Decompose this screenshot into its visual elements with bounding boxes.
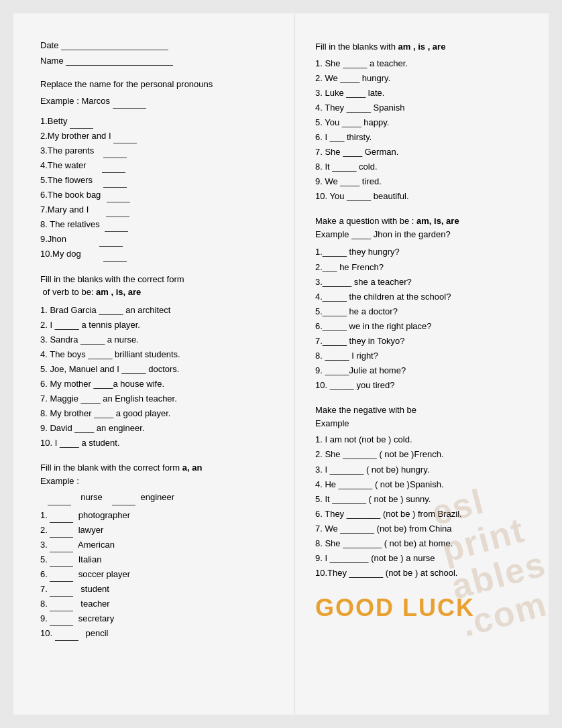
blank[interactable] (113, 134, 137, 143)
list-item: 9.Jhon (40, 232, 274, 247)
list-item: 9. _____Julie at home? (315, 363, 535, 378)
list-item: 1._____ they hungry? (315, 245, 535, 259)
list-item: 1.Betty (40, 114, 274, 129)
list-item: 8. teacher (40, 597, 274, 611)
list-item: 10. _____ you tired? (315, 378, 535, 393)
blank[interactable] (50, 558, 73, 567)
blank[interactable] (55, 631, 78, 641)
list-item: 4. The boys _____ brilliant students. (40, 347, 274, 362)
list-item: 4. They _____ Spanish (315, 101, 535, 115)
list-item: 10.My dog (40, 247, 274, 261)
list-item: 4.The water (40, 158, 274, 173)
list-item: 1. I am not (not be ) cold. (315, 432, 535, 447)
list-item: 7. student (40, 582, 274, 597)
date-line: Date (40, 40, 274, 50)
name-label: Name (40, 56, 64, 66)
blank[interactable] (102, 164, 125, 173)
list-item: 5. Joe, Manuel and I _____ doctors. (40, 362, 274, 377)
section-pronouns-title: Replace the name for the personal pronou… (40, 78, 274, 91)
list-item: 5. You ____ happy. (315, 115, 535, 130)
list-item: 5.The flowers (40, 173, 274, 188)
list-item: 7. She ____ German. (315, 145, 535, 160)
list-item: 1. She _____ a teacher. (315, 56, 535, 71)
list-item: 10. You _____ beautiful. (315, 189, 535, 204)
list-item: 10.They _______ (not be ) at school. (315, 566, 535, 581)
blank[interactable] (107, 193, 130, 202)
list-item: 3. I _______ ( not be) hungry. (315, 463, 535, 477)
list-item: 2. She _______ ( not be )French. (315, 447, 535, 462)
date-field[interactable] (61, 41, 168, 50)
list-item: 3.______ she a teacher? (315, 275, 535, 290)
worksheet-page: Date Name Replace the name for the perso… (13, 13, 549, 715)
header-section: Date Name (40, 40, 274, 66)
right-question-list: 1._____ they hungry? 2.___ he French? 3.… (315, 245, 535, 393)
blank[interactable] (112, 496, 135, 505)
list-item: 6. I ___ thirsty. (315, 130, 535, 145)
list-item: 8. _____ I right? (315, 349, 535, 363)
blank[interactable] (48, 496, 71, 505)
list-item: 1. photographer (40, 508, 274, 523)
list-item: 7. We _______ (not be) from China (315, 522, 535, 536)
blank[interactable] (50, 513, 73, 523)
blank[interactable] (50, 572, 73, 582)
list-item: 3. Luke ____ late. (315, 86, 535, 101)
list-item: 2. I _____ a tennis player. (40, 318, 274, 332)
right-section-question: Make a question with be : am, is, are Ex… (315, 215, 535, 393)
blank[interactable] (70, 119, 93, 129)
list-item: 1. Brad Garcia _____ an architect (40, 303, 274, 318)
section-verb-title: Fill in the blanks with the correct form… (40, 273, 274, 299)
list-item: 6._____ we in the right place? (315, 319, 535, 334)
pronouns-example: Example : Marcos (40, 94, 274, 109)
blank[interactable] (106, 208, 129, 217)
list-item: 8. It _____ cold. (315, 160, 535, 174)
list-item: 2. We ____ hungry. (315, 71, 535, 86)
blank[interactable] (50, 617, 73, 626)
date-label: Date (40, 40, 58, 50)
blank[interactable] (50, 543, 73, 552)
blank[interactable] (103, 253, 127, 262)
blank[interactable] (50, 602, 73, 611)
list-item: 3. American (40, 538, 274, 552)
list-item: 5. It _______ ( not be ) sunny. (315, 492, 535, 507)
right-section-negative: Make the negative with be Example 1. I a… (315, 404, 535, 581)
right-negative-list: 1. I am not (not be ) cold. 2. She _____… (315, 432, 535, 581)
list-item: 7.Mary and I (40, 202, 274, 217)
name-line: Name (40, 56, 274, 66)
list-item: 2. lawyer (40, 523, 274, 538)
list-item: 2.My brother and I (40, 129, 274, 143)
list-item: 9. We ____ tired. (315, 174, 535, 189)
section-aan-title: Fill in the blank with the correct form … (40, 461, 274, 487)
list-item: 6. They _______ (not be ) from Brazil. (315, 507, 535, 522)
left-column: Date Name Replace the name for the perso… (13, 13, 295, 715)
list-item: 5._____ he a doctor? (315, 304, 535, 319)
right-am-is-are-list: 1. She _____ a teacher. 2. We ____ hungr… (315, 56, 535, 204)
section-a-an: Fill in the blank with the correct form … (40, 461, 274, 641)
list-item: 4. He _______ ( not be )Spanish. (315, 477, 535, 492)
blank[interactable] (99, 237, 123, 247)
right-column: eslprintables.com Fill in the blanks wit… (295, 13, 549, 715)
good-luck-text: GOOD LUCK (315, 594, 535, 622)
list-item: 7. Maggie ____ an English teacher. (40, 391, 274, 406)
example-label: Example : Marcos (40, 96, 110, 106)
list-item: 10. pencil (40, 626, 274, 641)
list-item: 8. My brother ____ a good player. (40, 406, 274, 421)
list-item: 9. secretary (40, 611, 274, 626)
example-field[interactable] (113, 99, 146, 109)
blank[interactable] (105, 223, 128, 232)
list-item: 2.___ he French? (315, 260, 535, 275)
list-item: 3.The parents (40, 143, 274, 158)
aan-example: nurse engineer (40, 490, 274, 505)
blank[interactable] (50, 528, 73, 538)
blank[interactable] (50, 587, 73, 597)
list-item: 10. I ____ a student. (40, 436, 274, 450)
list-item: 9. David ____ an engineer. (40, 421, 274, 436)
list-item: 9. I ________ (not be ) a nurse (315, 551, 535, 566)
name-field[interactable] (66, 56, 173, 66)
blank[interactable] (103, 149, 127, 158)
pronouns-list: 1.Betty 2.My brother and I 3.The parents… (40, 114, 274, 262)
section-verb-tobe: Fill in the blanks with the correct form… (40, 273, 274, 451)
list-item: 6. soccer player (40, 567, 274, 582)
blank[interactable] (103, 178, 127, 188)
section-pronouns: Replace the name for the personal pronou… (40, 78, 274, 262)
right-section2-title: Make a question with be : am, is, are Ex… (315, 215, 535, 241)
